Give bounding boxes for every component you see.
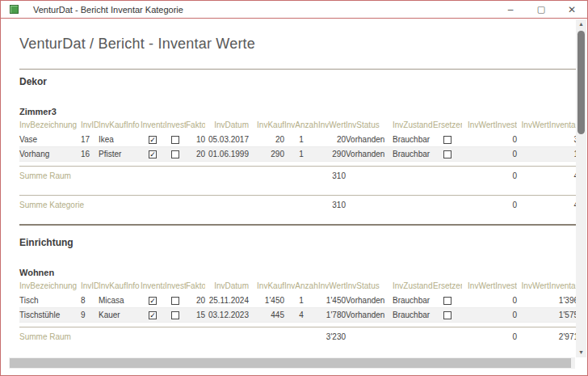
cell-id: 16: [81, 150, 99, 158]
category-section: DekorZimmer3InvBezeichnungInvIDInvKaufIn…: [19, 69, 576, 226]
page-title: VenturDat / Bericht - Inventar Werte: [19, 36, 576, 53]
column-header-status: InvStatus: [346, 281, 393, 290]
scroll-up-icon[interactable]: ▲: [576, 19, 586, 29]
cell-status: Vorhanden: [346, 296, 393, 305]
table-row: Vorhang16Pfister✓2001.06.19992901290Vorh…: [19, 147, 576, 162]
cell-bezeichnung: Vase: [19, 135, 81, 144]
cell-datum: 25.11.2024: [205, 296, 249, 305]
cell-kauf: 445: [249, 311, 284, 319]
column-header-datum: InvDatum: [205, 120, 249, 129]
cell-anzahl: 1: [284, 296, 318, 305]
invest-checkbox[interactable]: [171, 136, 179, 144]
column-header-faktor: Faktor: [186, 281, 205, 290]
ersetzen-checkbox[interactable]: [443, 136, 452, 144]
maximize-button[interactable]: ▢: [526, 1, 556, 18]
cell-anzahl: 1: [284, 135, 318, 144]
column-header-row: InvBezeichnungInvIDInvKaufInfoInventarIn…: [19, 280, 576, 292]
room-name: Wohnen: [19, 268, 576, 277]
cell-wert: 1'450: [318, 296, 346, 305]
minimize-button[interactable]: –: [495, 1, 526, 18]
summe-raum-row: Summe Raum3'23002'971: [19, 327, 576, 348]
cell-bezeichnung: Vorhang: [19, 150, 81, 158]
ersetzen-checkbox[interactable]: [443, 311, 452, 319]
inventar-checkbox[interactable]: ✓: [149, 311, 157, 319]
close-button[interactable]: ✕: [556, 1, 587, 18]
cell-inventar: ✓: [141, 150, 165, 158]
column-header-wertinventar: InvWertInventar: [517, 281, 576, 290]
column-header-datum: InvDatum: [205, 281, 249, 290]
horizontal-scrollbar[interactable]: [9, 357, 575, 369]
cell-invest: [165, 150, 186, 158]
column-header-kaufinfo: InvKaufInfo: [99, 120, 141, 129]
cell-datum: 01.06.1999: [205, 150, 249, 158]
cell-inventar: ✓: [141, 296, 165, 305]
cell-datum: 03.12.2023: [205, 311, 249, 319]
category-end-divider: [19, 224, 576, 226]
summe-raum-row-label: Summe Raum: [19, 332, 141, 341]
column-header-anzahl: InvAnzahl: [284, 120, 318, 129]
ersetzen-checkbox[interactable]: [443, 150, 452, 158]
horizontal-scrollbar-thumb[interactable]: [10, 358, 571, 368]
cell-id: 9: [81, 311, 99, 319]
vertical-scrollbar-thumb[interactable]: [578, 31, 585, 134]
room-section: Zimmer3InvBezeichnungInvIDInvKaufInfoInv…: [19, 107, 576, 187]
invest-checkbox[interactable]: [171, 297, 179, 305]
summe-kategorie-row: Summe Kategorie31004: [19, 195, 576, 216]
cell-ersetzen: [433, 150, 462, 158]
cell-anzahl: 1: [284, 150, 318, 158]
cell-faktor: 20: [186, 150, 205, 158]
cell-ersetzen: [433, 311, 462, 319]
column-header-invest: Invest: [165, 281, 186, 290]
inventar-checkbox[interactable]: ✓: [149, 136, 157, 144]
cell-zustand: Brauchbar: [393, 135, 433, 144]
column-header-zustand: InvZustand: [393, 281, 433, 290]
cell-inventar: ✓: [141, 135, 165, 144]
column-header-ersetzen: Ersetzen: [433, 120, 462, 129]
cell-bezeichnung: Tisch: [19, 296, 81, 305]
invest-checkbox[interactable]: [171, 311, 179, 319]
table-row: Tisch8Micasa✓2025.11.20241'45011'450Vorh…: [19, 294, 576, 308]
inventar-checkbox[interactable]: ✓: [149, 150, 157, 158]
report-body: VenturDat / Bericht - Inventar Werte Dek…: [19, 36, 576, 351]
cell-kauf: 290: [249, 150, 284, 158]
cell-kaufinfo: Kauer: [99, 311, 141, 319]
summe-kategorie-row-label: Summe Kategorie: [19, 201, 141, 209]
summe-raum-row-wertinvest: 0: [462, 171, 517, 180]
inventar-checkbox[interactable]: ✓: [149, 297, 157, 305]
column-header-wertinvest: InvWertInvest: [462, 281, 517, 290]
cell-wertinventar: 1: [517, 150, 576, 158]
column-header-kaufinfo: InvKaufInfo: [99, 281, 141, 290]
column-header-status: InvStatus: [346, 120, 393, 129]
cell-zustand: Brauchbar: [393, 150, 433, 158]
category-name: Einrichtung: [19, 237, 576, 248]
summe-raum-row: Summe Raum31004: [19, 166, 576, 187]
cell-wertinvest: 0: [462, 311, 517, 319]
column-header-zustand: InvZustand: [393, 120, 433, 129]
summe-raum-row-wert: 3'230: [318, 332, 346, 341]
column-header-row: InvBezeichnungInvIDInvKaufInfoInventarIn…: [19, 119, 576, 131]
column-header-kauf: InvKauf: [249, 120, 284, 129]
cell-invest: [165, 311, 186, 319]
cell-bezeichnung: Tischstühle: [19, 311, 81, 319]
cell-faktor: 10: [186, 135, 205, 144]
invest-checkbox[interactable]: [171, 150, 179, 158]
cell-zustand: Brauchbar: [393, 311, 433, 319]
cell-invest: [165, 135, 186, 144]
cell-kauf: 1'450: [249, 296, 284, 305]
cell-wertinvest: 0: [462, 150, 517, 158]
cell-faktor: 15: [186, 311, 205, 319]
scroll-down-icon[interactable]: ▼: [576, 348, 586, 357]
cell-ersetzen: [433, 296, 462, 305]
report-viewport: VenturDat / Bericht - Inventar Werte Dek…: [1, 19, 576, 351]
column-header-invest: Invest: [165, 120, 186, 129]
table-row: Vase17Ikea✓1005.03.201720120VorhandenBra…: [19, 133, 576, 147]
summe-raum-row-wert: 310: [318, 171, 346, 180]
column-header-id: InvID: [81, 281, 99, 290]
section-divider: [19, 69, 576, 70]
column-header-anzahl: InvAnzahl: [284, 281, 318, 290]
column-header-wertinventar: InvWertInventar: [517, 120, 576, 129]
cell-status: Vorhanden: [346, 150, 393, 158]
window-controls: – ▢ ✕: [495, 1, 587, 18]
vertical-scrollbar[interactable]: ▲ ▼: [576, 19, 586, 357]
ersetzen-checkbox[interactable]: [443, 297, 452, 305]
